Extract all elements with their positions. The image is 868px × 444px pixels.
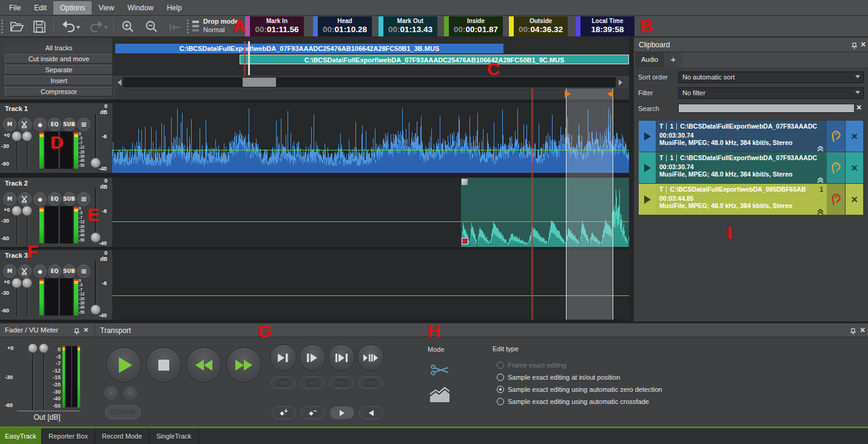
- tab-add[interactable]: +: [665, 52, 682, 67]
- track1-envelope[interactable]: [112, 150, 629, 150]
- search-clear-icon[interactable]: ×: [856, 103, 861, 112]
- loop-button[interactable]: [300, 377, 325, 389]
- output-fader-right[interactable]: [39, 343, 49, 353]
- play-button[interactable]: [106, 348, 141, 383]
- menu-window[interactable]: Window: [121, 1, 160, 15]
- pin-icon[interactable]: [73, 327, 80, 334]
- pin-icon[interactable]: [850, 327, 856, 334]
- sidebar-compressor[interactable]: Compressor: [5, 87, 113, 96]
- clipboard-item[interactable]: T1C:\BCSData\FullExport\webDA_07F93AAADC…: [639, 121, 863, 152]
- volume-slider-right[interactable]: [22, 278, 32, 288]
- sub-button[interactable]: SUB: [62, 264, 76, 278]
- close-icon[interactable]: ×: [860, 326, 865, 334]
- menu-edit[interactable]: Edit: [27, 1, 53, 15]
- menu-options[interactable]: Options: [53, 1, 92, 15]
- mute-button[interactable]: M: [3, 118, 16, 131]
- undo-icon[interactable]: [59, 19, 80, 35]
- drop-mode-value[interactable]: Normal: [203, 26, 224, 33]
- selection-in-marker[interactable]: [565, 90, 571, 98]
- sidebar-all-tracks[interactable]: All tracks: [5, 43, 113, 53]
- sub-button[interactable]: SUB: [62, 118, 76, 131]
- clip-handle-top[interactable]: [462, 179, 468, 185]
- clip-info[interactable]: TC:\BCSData\FullExport\webDA_095DBF65AB1…: [656, 184, 827, 215]
- close-icon[interactable]: ×: [861, 40, 866, 49]
- zoom-in-icon[interactable]: [120, 19, 136, 35]
- close-icon[interactable]: ×: [84, 326, 89, 334]
- filter-select[interactable]: No filter: [678, 87, 864, 99]
- collapse-icon[interactable]: [816, 144, 824, 150]
- tab-easytrack[interactable]: EasyTrack: [0, 428, 42, 444]
- timeline-ruler[interactable]: [115, 89, 629, 99]
- skip-forward-button[interactable]: »: [124, 386, 137, 400]
- clip-play-button[interactable]: [639, 184, 656, 215]
- output-fader-left[interactable]: [28, 343, 38, 353]
- overview-cursor[interactable]: [248, 41, 250, 75]
- scrollbar-thumb[interactable]: [243, 78, 276, 87]
- cut-button[interactable]: [18, 118, 32, 131]
- playhead[interactable]: [531, 89, 533, 320]
- toolbar-grip[interactable]: [187, 19, 189, 35]
- skip-back-button[interactable]: «: [104, 386, 118, 400]
- eq-button[interactable]: EQ: [48, 192, 61, 206]
- tab-audio[interactable]: Audio: [635, 52, 664, 67]
- tab-record-mode[interactable]: Record Mode: [95, 428, 149, 444]
- overview-clip-2[interactable]: C:\BCSData\FullExport\webDA_07F93AAADC25…: [240, 55, 629, 64]
- sub-button[interactable]: SUB: [62, 192, 76, 206]
- selection-out-marker[interactable]: [607, 90, 613, 98]
- tab-reporter-box[interactable]: Reporter Box: [42, 428, 95, 444]
- scrub-button[interactable]: SCRUB: [105, 405, 141, 419]
- clipboard-item[interactable]: T1C:\BCSData\FullExport\webDA_07F93AAADC…: [639, 152, 863, 183]
- collapse-icon[interactable]: [816, 175, 824, 182]
- open-file-icon[interactable]: [8, 19, 24, 35]
- cut-button[interactable]: [18, 264, 32, 278]
- selection-region[interactable]: [566, 89, 613, 320]
- pin-icon[interactable]: [851, 41, 858, 49]
- volume-slider-left[interactable]: [12, 131, 22, 141]
- remove-clip-icon[interactable]: ×: [846, 121, 863, 152]
- clip-handle-bottom[interactable]: [462, 238, 468, 244]
- mute-button[interactable]: M: [3, 264, 16, 278]
- marker-button[interactable]: ◆: [33, 192, 47, 206]
- radio-edit-type[interactable]: [497, 362, 504, 369]
- track3-envelope[interactable]: [112, 295, 629, 296]
- tab-singletrack[interactable]: SingleTrack: [149, 428, 199, 444]
- play-around-cut-button[interactable]: [357, 345, 384, 371]
- remove-marker-button[interactable]: ◆−: [301, 406, 325, 419]
- clipboard-item[interactable]: TC:\BCSData\FullExport\webDA_095DBF65AB1…: [639, 184, 863, 215]
- collapse-icon[interactable]: [816, 207, 824, 214]
- mute-button[interactable]: M: [3, 192, 16, 206]
- eq-button[interactable]: EQ: [48, 118, 61, 131]
- eq-button[interactable]: EQ: [48, 264, 61, 278]
- cut-mode-icon[interactable]: [431, 363, 450, 380]
- sort-order-select[interactable]: No automatic sort: [678, 72, 864, 83]
- scroll-left-button[interactable]: [115, 77, 123, 87]
- volume-slider-right[interactable]: [22, 206, 32, 216]
- prelisten-icon[interactable]: [827, 152, 845, 183]
- track1-waveform[interactable]: [112, 103, 629, 173]
- insert-mode-icon[interactable]: [167, 19, 183, 35]
- play-from-mark-button[interactable]: [299, 345, 326, 371]
- loop-button[interactable]: [358, 377, 383, 389]
- radio-edit-type[interactable]: [497, 398, 504, 405]
- save-icon[interactable]: [32, 19, 47, 35]
- scroll-right-button[interactable]: [616, 77, 624, 87]
- track-menu-button[interactable]: ≡: [77, 192, 90, 206]
- fast-forward-button[interactable]: [226, 348, 261, 383]
- track3-lane[interactable]: [112, 250, 629, 320]
- volume-slider-right[interactable]: [22, 131, 32, 141]
- loop-button[interactable]: [329, 377, 354, 389]
- add-marker-button[interactable]: ◆+: [272, 406, 296, 419]
- stop-button[interactable]: [146, 348, 181, 383]
- remove-clip-icon[interactable]: ×: [846, 152, 863, 183]
- menu-file[interactable]: File: [2, 1, 27, 15]
- sidebar-cut-inside-move[interactable]: Cut inside and move: [5, 54, 113, 64]
- prelisten-icon[interactable]: [827, 121, 845, 152]
- cut-button[interactable]: [18, 192, 32, 206]
- search-input[interactable]: [678, 104, 855, 113]
- overview-clip-1[interactable]: C:\BCSData\FullExport\webDA_07F93AAADC25…: [115, 44, 503, 53]
- play-selection-button[interactable]: [328, 345, 355, 371]
- clip-play-button[interactable]: [639, 121, 656, 152]
- marker-button[interactable]: ◆: [33, 264, 47, 278]
- marker-button[interactable]: ◆: [33, 118, 47, 131]
- menu-view[interactable]: View: [92, 1, 121, 15]
